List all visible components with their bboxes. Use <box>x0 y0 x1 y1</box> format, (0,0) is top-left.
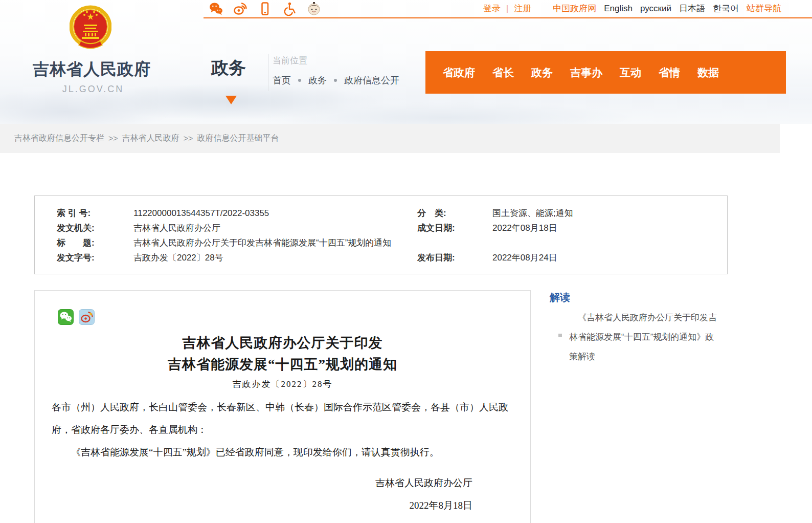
accessibility-icon[interactable] <box>282 2 297 16</box>
meta-value-title: 吉林省人民政府办公厅关于印发吉林省能源发展“十四五”规划的通知 <box>133 237 727 249</box>
wechat-icon[interactable] <box>209 2 223 16</box>
document-paragraph-addressees: 各市（州）人民政府，长白山管委会，长春新区、中韩（长春）国际合作示范区管委会，各… <box>52 396 513 441</box>
signature-block: 吉林省人民政府办公厅 2022年8月18日 <box>35 472 530 517</box>
meta-label-issuing-agency: 发文机关: <box>57 222 133 234</box>
lang-english-link[interactable]: English <box>604 4 633 14</box>
breadcrumb: 首页 政务 政府信息公开 <box>273 74 399 86</box>
meta-label-category: 分 类: <box>417 207 492 219</box>
site-name[interactable]: 吉林省人民政府 <box>33 58 151 81</box>
document-title-line2: 吉林省能源发展“十四五”规划的通知 <box>35 354 530 375</box>
meta-value-publish-date: 2022年08月24日 <box>492 252 727 264</box>
site-domain: JL.GOV.CN <box>35 84 151 95</box>
elder-mode-icon[interactable] <box>307 2 321 16</box>
breadcrumb-info-disclosure[interactable]: 政府信息公开 <box>344 74 399 86</box>
meta-value-issuing-agency: 吉林省人民政府办公厅 <box>133 222 417 234</box>
nav-item-interaction[interactable]: 互动 <box>620 66 641 80</box>
meta-label-written-date: 成文日期: <box>417 222 492 234</box>
share-wechat-icon[interactable] <box>58 309 74 325</box>
header-divider <box>268 54 269 91</box>
public-release-note: （此件公开发布） <box>35 517 530 523</box>
meta-row: 标 题: 吉林省人民政府办公厅关于印发吉林省能源发展“十四五”规划的通知 <box>57 235 727 250</box>
signature-name: 吉林省人民政府办公厅 <box>35 472 472 494</box>
mobile-icon[interactable] <box>258 2 272 16</box>
meta-value-category: 国土资源、能源;通知 <box>492 207 727 219</box>
breadcrumb-zhengwu[interactable]: 政务 <box>308 74 327 86</box>
nav-item-province-info[interactable]: 省情 <box>659 66 680 80</box>
lang-korean-link[interactable]: 한국어 <box>713 3 739 14</box>
document-meta-box: 索 引 号: 11220000013544357T/2022-03355 分 类… <box>34 195 728 274</box>
meta-value-index-number: 11220000013544357T/2022-03355 <box>133 208 417 219</box>
meta-label-title: 标 题: <box>57 237 133 249</box>
lang-japanese-link[interactable]: 日本語 <box>679 3 705 14</box>
current-location-label: 当前位置 <box>273 55 307 67</box>
section-caret-icon <box>225 96 237 104</box>
national-emblem[interactable] <box>70 4 111 51</box>
weibo-icon[interactable] <box>233 2 247 16</box>
login-link[interactable]: 登录 <box>483 3 501 14</box>
interpretation-link[interactable]: 《吉林省人民政府办公厅关于印发吉林省能源发展“十四五”规划的通知》政策解读 <box>569 308 723 366</box>
document-title-line1: 吉林省人民政府办公厅关于印发 <box>35 332 530 354</box>
info-crumb-platform[interactable]: 政府信息公开基础平台 <box>197 133 279 144</box>
login-divider: | <box>506 4 508 14</box>
document-body: 各市（州）人民政府，长白山管委会，长春新区、中韩（长春）国际合作示范区管委会，各… <box>52 396 513 464</box>
meta-label-publish-date: 发布日期: <box>417 252 492 264</box>
meta-label-index-number: 索 引 号: <box>57 207 133 219</box>
document-content-box: 吉林省人民政府办公厅关于印发 吉林省能源发展“十四五”规划的通知 吉政办发〔20… <box>34 290 531 523</box>
nav-item-zhengwu[interactable]: 政务 <box>531 66 553 80</box>
topbar-underline <box>204 17 812 18</box>
meta-label-doc-number: 发文字号: <box>57 252 133 264</box>
breadcrumb-dot-icon <box>298 79 301 82</box>
register-link[interactable]: 注册 <box>514 3 531 14</box>
topbar-icons <box>209 1 321 17</box>
main-nav: 省政府 省长 政务 吉事办 互动 省情 数据 <box>425 51 786 94</box>
signature-date: 2022年8月18日 <box>35 494 472 517</box>
meta-row: 发文字号: 吉政办发〔2022〕28号 发布日期: 2022年08月24日 <box>57 250 727 265</box>
china-gov-link[interactable]: 中国政府网 <box>553 3 596 14</box>
info-crumb-provincial-gov[interactable]: 吉林省人民政府 <box>122 133 179 144</box>
meta-row: 索 引 号: 11220000013544357T/2022-03355 分 类… <box>57 206 727 221</box>
site-group-nav-link[interactable]: 站群导航 <box>747 3 781 14</box>
nav-item-data[interactable]: 数据 <box>697 66 719 80</box>
share-weibo-icon[interactable] <box>79 309 95 325</box>
info-crumb-disclosure-column[interactable]: 吉林省政府信息公开专栏 <box>14 133 104 144</box>
share-row <box>35 291 530 325</box>
document-paragraph-notice: 《吉林省能源发展“十四五”规划》已经省政府同意，现印发给你们，请认真贯彻执行。 <box>52 441 513 464</box>
page: 登录 | 注册 中国政府网 English русский 日本語 한국어 站群… <box>0 0 812 523</box>
meta-value-written-date: 2022年08月18日 <box>492 222 727 234</box>
nav-item-provincial-gov[interactable]: 省政府 <box>443 66 475 80</box>
section-tab-zhengwu[interactable]: 政务 <box>211 56 246 80</box>
info-crumb-separator: >> <box>184 134 193 143</box>
nav-item-governor[interactable]: 省长 <box>492 66 514 80</box>
list-bullet-icon <box>558 334 562 337</box>
lang-russian-link[interactable]: русский <box>640 4 671 14</box>
info-platform-bar: 吉林省政府信息公开专栏 >> 吉林省人民政府 >> 政府信息公开基础平台 <box>0 124 780 153</box>
info-platform-breadcrumb: 吉林省政府信息公开专栏 >> 吉林省人民政府 >> 政府信息公开基础平台 <box>14 124 279 153</box>
meta-row: 发文机关: 吉林省人民政府办公厅 成文日期: 2022年08月18日 <box>57 221 727 235</box>
info-crumb-separator: >> <box>108 134 118 143</box>
breadcrumb-home[interactable]: 首页 <box>273 74 291 86</box>
topbar-links: 登录 | 注册 中国政府网 English русский 日本語 한국어 站群… <box>483 3 781 14</box>
interpretation-heading: 解读 <box>550 291 570 304</box>
breadcrumb-dot-icon <box>334 79 337 82</box>
document-number: 吉政办发〔2022〕28号 <box>35 378 530 390</box>
meta-value-doc-number: 吉政办发〔2022〕28号 <box>133 252 417 264</box>
nav-item-jishiban[interactable]: 吉事办 <box>570 66 602 80</box>
